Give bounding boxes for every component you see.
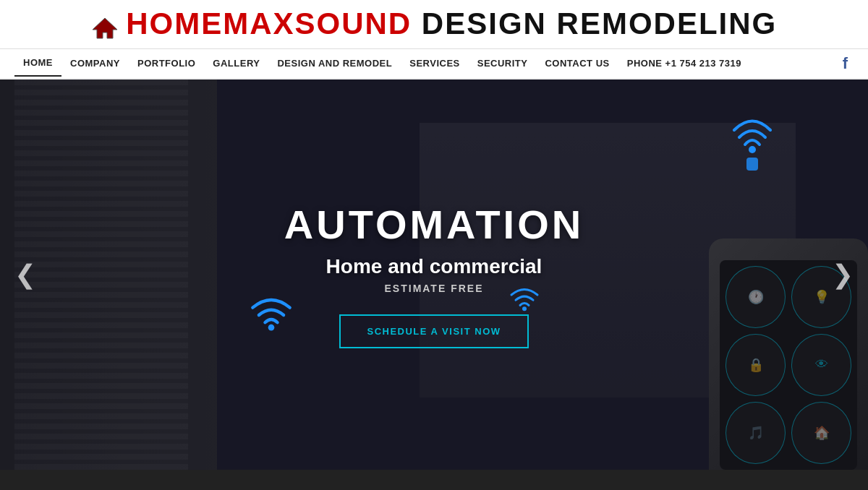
- nav-link-gallery[interactable]: GALLERY: [204, 51, 268, 76]
- hero-next-arrow[interactable]: ❯: [825, 252, 861, 297]
- facebook-link[interactable]: f: [837, 54, 854, 73]
- site-header: HOMEMAXSOUND DESIGN REMODELING: [0, 0, 868, 49]
- nav-item-design[interactable]: DESIGN AND REMODEL: [268, 51, 401, 76]
- nav-item-gallery[interactable]: GALLERY: [204, 51, 268, 76]
- smart-home-icon: [723, 108, 781, 176]
- nav-item-services[interactable]: SERVICES: [401, 51, 469, 76]
- hero-content: AUTOMATION Home and commercial ESTIMATE …: [253, 201, 615, 348]
- hero-title: AUTOMATION: [253, 201, 615, 248]
- nav-item-phone[interactable]: PHONE +1 754 213 7319: [618, 51, 750, 76]
- nav-link-services[interactable]: SERVICES: [401, 51, 469, 76]
- schedule-visit-button[interactable]: SCHEDULE A VISIT NOW: [339, 314, 528, 348]
- nav-item-company[interactable]: COMPANY: [61, 51, 129, 76]
- nav-item-contact[interactable]: CONTACT US: [536, 51, 618, 76]
- nav-link-design[interactable]: DESIGN AND REMODEL: [268, 51, 401, 76]
- nav-link-security[interactable]: SECURITY: [469, 51, 537, 76]
- nav-link-company[interactable]: COMPANY: [61, 51, 129, 76]
- nav-item-security[interactable]: SECURITY: [469, 51, 537, 76]
- nav-link-home[interactable]: HOME: [14, 50, 61, 77]
- logo: HOMEMAXSOUND DESIGN REMODELING: [0, 9, 868, 43]
- hero-subtitle: Home and commercial: [253, 255, 615, 278]
- logo-house-icon: [91, 17, 119, 40]
- nav-item-home[interactable]: HOME: [14, 50, 61, 77]
- nav-item-portfolio[interactable]: PORTFOLIO: [129, 51, 204, 76]
- nav-link-portfolio[interactable]: PORTFOLIO: [129, 51, 204, 76]
- nav-link-contact[interactable]: CONTACT US: [536, 51, 618, 76]
- hero-section: ❮ AUTOMATION Home and commercial ESTIMAT…: [0, 79, 868, 470]
- main-nav: HOME COMPANY PORTFOLIO GALLERY DESIGN AN…: [0, 49, 868, 79]
- nav-link-phone[interactable]: PHONE +1 754 213 7319: [618, 51, 750, 76]
- svg-marker-0: [93, 18, 117, 38]
- hero-estimate: ESTIMATE FREE: [253, 283, 615, 294]
- svg-point-3: [749, 146, 756, 153]
- logo-text: HOMEMAXSOUND DESIGN REMODELING: [126, 7, 777, 40]
- svg-rect-4: [746, 158, 758, 171]
- hero-prev-arrow[interactable]: ❮: [7, 252, 43, 297]
- nav-links: HOME COMPANY PORTFOLIO GALLERY DESIGN AN…: [14, 50, 750, 77]
